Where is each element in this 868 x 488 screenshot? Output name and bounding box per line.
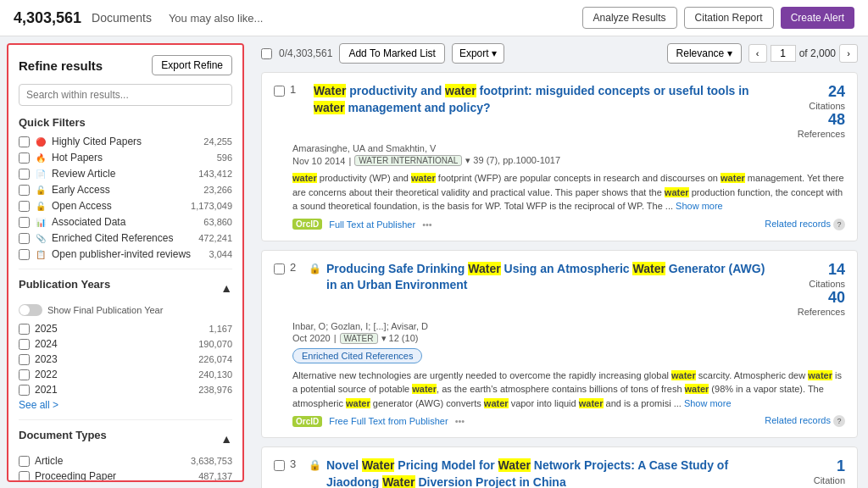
- filter-checkbox[interactable]: [19, 249, 30, 260]
- highlight-word: water: [579, 398, 604, 408]
- article-checkbox[interactable]: [274, 86, 285, 97]
- analyze-results-button[interactable]: Analyze Results: [582, 7, 677, 29]
- year-checkbox[interactable]: [19, 354, 30, 365]
- pub-years-header: Publication Years ▲: [19, 278, 232, 297]
- enriched-badge[interactable]: Enriched Cited References: [292, 348, 422, 363]
- filter-label: Review Article: [52, 168, 193, 180]
- export-label: Export: [459, 47, 489, 59]
- full-text-link[interactable]: Free Full Text from Publisher: [329, 416, 448, 426]
- article-top: 3 🔒 Novel Water Pricing Model for Water …: [274, 458, 845, 488]
- year-item: 2021 238,976: [19, 384, 232, 396]
- highlight-word: water: [411, 173, 436, 183]
- citation-count: 14: [777, 261, 845, 279]
- page-total: of 2,000: [799, 47, 836, 59]
- also-like: You may also like...: [169, 12, 264, 25]
- toggle-switch[interactable]: [19, 304, 42, 316]
- page-input[interactable]: [771, 45, 796, 62]
- top-bar-buttons: Analyze Results Citation Report Create A…: [582, 7, 854, 29]
- doc-type-checkbox[interactable]: [19, 456, 30, 467]
- article-title[interactable]: Producing Safe Drinking Water Using an A…: [326, 261, 772, 294]
- filter-icon: 🔓: [35, 200, 47, 212]
- filter-checkbox[interactable]: [19, 152, 30, 164]
- year-checkbox[interactable]: [19, 324, 30, 335]
- highlight-word: water: [808, 370, 832, 380]
- results-toolbar: 0/4,303,561 Add To Marked List Export ▾ …: [261, 43, 858, 64]
- filter-count: 3,044: [209, 249, 232, 259]
- journal-separator: |: [334, 333, 337, 343]
- filter-count: 472,241: [198, 233, 232, 243]
- next-page-button[interactable]: ›: [839, 44, 858, 63]
- export-chevron-icon: ▾: [492, 47, 497, 59]
- title-text: Diversion Project in China: [415, 475, 566, 488]
- filter-count: 63,860: [203, 217, 232, 227]
- title-text: productivity and: [346, 84, 445, 97]
- filter-checkbox[interactable]: [19, 169, 30, 180]
- filter-checkbox[interactable]: [19, 233, 30, 244]
- filter-icon: 🔴: [35, 136, 47, 147]
- filter-label: Highly Cited Papers: [52, 136, 198, 147]
- related-records-link[interactable]: Related records ?: [765, 219, 845, 230]
- article-top: 1 Water productivity and water footprint…: [274, 83, 845, 139]
- citation-report-button[interactable]: Citation Report: [684, 7, 774, 29]
- filter-checkbox[interactable]: [19, 201, 30, 212]
- year-checkbox[interactable]: [19, 369, 30, 380]
- article-abstract: Alternative new technologies are urgentl…: [292, 369, 845, 411]
- full-text-link[interactable]: Full Text at Publisher: [329, 219, 415, 230]
- show-more-link[interactable]: Show more: [684, 398, 732, 408]
- show-final-pub-toggle[interactable]: Show Final Publication Year: [19, 304, 232, 316]
- filter-icon: 📊: [35, 216, 47, 228]
- journal-name[interactable]: WATER INTERNATIONAL: [354, 155, 462, 166]
- show-more-link[interactable]: Show more: [676, 201, 723, 211]
- year-count: 240,130: [198, 369, 232, 380]
- related-records-link[interactable]: Related records ?: [765, 415, 845, 427]
- filter-checkbox[interactable]: [19, 217, 30, 228]
- doc-types-toggle-icon[interactable]: ▲: [220, 432, 232, 446]
- create-alert-button[interactable]: Create Alert: [781, 7, 854, 29]
- article-checkbox[interactable]: [274, 263, 285, 274]
- filter-item: 🔴 Highly Cited Papers 24,255: [19, 136, 232, 147]
- year-checkbox[interactable]: [19, 339, 30, 350]
- year-count: 226,074: [198, 354, 232, 364]
- search-within-input[interactable]: [19, 84, 232, 106]
- journal-name[interactable]: WATER: [340, 333, 378, 344]
- prev-page-button[interactable]: ‹: [748, 44, 767, 63]
- filter-checkbox[interactable]: [19, 136, 30, 147]
- lock-icon: 🔒: [309, 459, 321, 471]
- export-button[interactable]: Export ▾: [452, 43, 504, 64]
- highlight-word: water: [346, 398, 370, 408]
- filter-label: Open publisher-invited reviews: [52, 248, 203, 260]
- year-count: 190,070: [198, 339, 232, 349]
- pub-years-toggle-icon[interactable]: ▲: [220, 281, 232, 295]
- filter-count: 1,173,049: [191, 201, 232, 211]
- article-title[interactable]: Water productivity and water footprint: …: [314, 83, 772, 116]
- article-checkbox[interactable]: [274, 460, 285, 471]
- see-all-years[interactable]: See all >: [19, 399, 232, 411]
- article-title[interactable]: Novel Water Pricing Model for Water Netw…: [326, 458, 772, 488]
- highlight-word: Water: [498, 458, 531, 472]
- filter-item: 🔓 Early Access 23,266: [19, 184, 232, 196]
- sidebar-header: Refine results Export Refine: [19, 55, 232, 75]
- article-top: 2 🔒 Producing Safe Drinking Water Using …: [274, 261, 845, 317]
- filter-item: 🔥 Hot Papers 596: [19, 152, 232, 164]
- add-to-marked-button[interactable]: Add To Marked List: [339, 43, 445, 64]
- select-all-checkbox[interactable]: [261, 48, 272, 59]
- filter-item: 🔓 Open Access 1,173,049: [19, 200, 232, 212]
- doc-type-item: Article 3,638,753: [19, 455, 232, 467]
- main-layout: Refine results Export Refine Quick Filte…: [0, 36, 868, 488]
- export-refine-button[interactable]: Export Refine: [152, 55, 232, 75]
- year-checkbox[interactable]: [19, 385, 30, 396]
- highlight-word: water: [412, 384, 437, 394]
- articles-list: 1 Water productivity and water footprint…: [261, 72, 858, 488]
- reference-label: References: [777, 129, 845, 139]
- citation-label: Citation: [777, 475, 845, 485]
- filter-checkbox[interactable]: [19, 185, 30, 196]
- doc-type-checkbox[interactable]: [19, 471, 30, 482]
- citation-label: Citations: [777, 279, 845, 289]
- doc-types-header: Document Types ▲: [19, 429, 232, 448]
- relevance-button[interactable]: Relevance ▾: [667, 43, 742, 64]
- doc-type-count: 487,137: [198, 471, 232, 481]
- year-label: 2024: [35, 338, 58, 350]
- pub-years-title: Publication Years: [19, 278, 110, 291]
- year-item: 2022 240,130: [19, 369, 232, 380]
- highlight-word: water: [445, 84, 476, 97]
